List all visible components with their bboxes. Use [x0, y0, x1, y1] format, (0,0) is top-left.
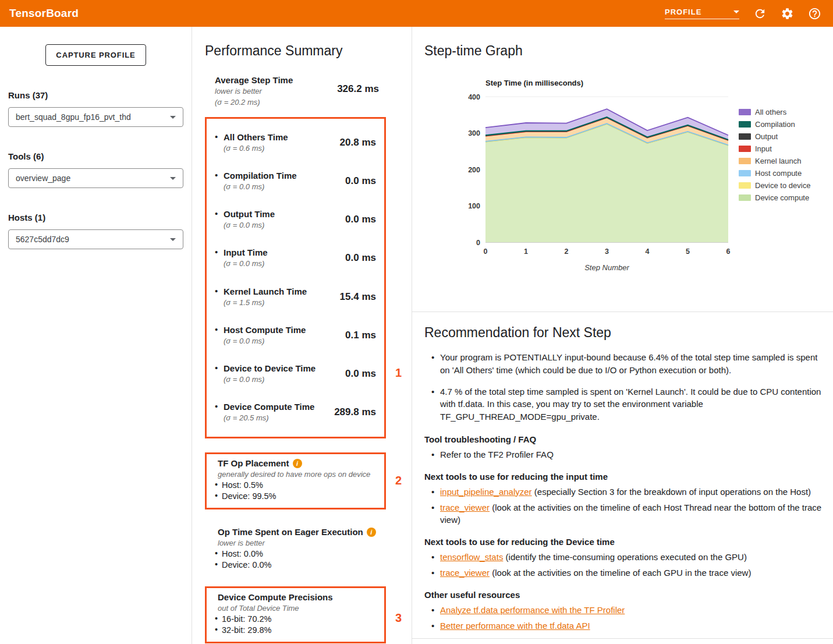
metric-value: 0.0 ms [345, 214, 376, 225]
rec-section-list: Analyze tf.data performance with the TF … [429, 604, 823, 632]
main-content: CAPTURE PROFILE Runs (37) bert_squad_8gp… [0, 27, 833, 644]
tf-op-placement-title: TF Op Placement [218, 458, 289, 468]
dashboard-selector[interactable]: PROFILE [665, 8, 739, 19]
annotation-number-3: 3 [395, 611, 402, 625]
legend-item: Input [739, 145, 810, 153]
rec-item-text: Refer to the TF2 Profiler FAQ [440, 450, 554, 459]
rec-list-item: input_pipeline_analyzer (especially Sect… [429, 486, 823, 498]
hosts-select[interactable]: 5627c5dd7dc9 [8, 229, 183, 249]
metric-value: 20.8 ms [340, 137, 376, 148]
hosts-label: Hosts (1) [8, 213, 183, 222]
rec-section-list: tensorflow_stats (identify the time-cons… [429, 551, 823, 579]
eager-subtitle: lower is better [218, 539, 386, 547]
svg-text:1: 1 [524, 247, 528, 256]
precisions-title: Device Compute Precisions [218, 592, 333, 602]
trace-viewer-link[interactable]: trace_viewer [440, 503, 490, 512]
precisions-subtitle: out of Total Device Time [218, 604, 377, 613]
tools-select-value: overview_page [16, 174, 70, 183]
right-panel: Step-time Graph 01002003004000123456Step… [412, 27, 833, 644]
rec-section-list: input_pipeline_analyzer (especially Sect… [429, 486, 823, 526]
step-time-graph-section: Step-time Graph 01002003004000123456Step… [412, 27, 833, 312]
refresh-icon[interactable] [753, 7, 767, 20]
svg-text:0: 0 [476, 239, 480, 247]
runs-label: Runs (37) [8, 90, 183, 100]
recommendation-title: Recommendation for Next Step [424, 325, 823, 341]
rec-list-item: trace_viewer (look at the activities on … [429, 501, 823, 526]
metric-row: Output Time (σ = 0.0 ms) 0.0 ms [215, 200, 376, 239]
performance-summary-panel: Performance Summary Average Step Time lo… [192, 27, 412, 644]
svg-text:Step Number: Step Number [584, 263, 629, 271]
rec-section-heading: Tool troubleshooting / FAQ [424, 434, 823, 444]
metric-value: 0.0 ms [345, 175, 376, 187]
chevron-down-icon [170, 116, 176, 119]
legend-label: Device compute [755, 193, 809, 202]
rec-item-text: (look at the activities on the timeline … [440, 503, 821, 525]
tensorboard-page: TensorBoard PROFILE CAPTURE PROFILE Runs… [0, 0, 833, 644]
svg-text:300: 300 [468, 129, 480, 137]
tensorflow-stats-link[interactable]: tensorflow_stats [440, 552, 503, 562]
input-pipeline-analyzer-link[interactable]: input_pipeline_analyzer [440, 487, 532, 497]
dashboard-selector-value: PROFILE [665, 8, 701, 16]
settings-gear-icon[interactable] [781, 7, 794, 20]
metric-row: All Others Time (σ = 0.6 ms) 20.8 ms [215, 123, 376, 162]
step-time-chart: 01002003004000123456Step Time (in millis… [453, 76, 733, 271]
metric-row: Host Compute Time (σ = 0.0 ms) 0.1 ms [215, 316, 376, 355]
metric-label: Kernel Launch Time [224, 286, 307, 296]
precision-16bit: 16-bit: 70.2% [214, 614, 377, 625]
chevron-down-icon [170, 238, 176, 241]
capture-profile-button[interactable]: CAPTURE PROFILE [45, 44, 146, 66]
step-time-chart-wrap: 01002003004000123456Step Time (in millis… [453, 76, 833, 271]
metric-sigma: (σ = 0.0 ms) [224, 337, 306, 346]
legend-label: Input [755, 144, 772, 153]
help-icon[interactable] [808, 7, 821, 20]
tf-op-placement-host: Host: 0.5% [214, 480, 377, 491]
hosts-select-value: 5627c5dd7dc9 [16, 235, 69, 244]
tfdata-api-link[interactable]: Better performance with the tf.data API [440, 621, 590, 631]
chevron-down-icon [170, 177, 176, 180]
legend-swatch [739, 158, 751, 164]
legend-swatch [739, 109, 751, 115]
svg-text:Step Time (in milliseconds): Step Time (in milliseconds) [485, 79, 583, 87]
legend-label: All others [755, 108, 786, 116]
legend-label: Host compute [755, 169, 802, 178]
metric-label: Input Time [224, 247, 268, 257]
svg-text:2: 2 [565, 247, 569, 256]
metric-sigma: (σ = 0.0 ms) [224, 182, 297, 192]
annotation-box-1: 1 All Others Time (σ = 0.6 ms) 20.8 ms C… [205, 117, 386, 438]
chevron-down-icon [733, 10, 739, 13]
tools-label: Tools (6) [8, 151, 183, 161]
eager-device: Device: 0.0% [214, 560, 386, 571]
metric-value: 0.0 ms [345, 368, 376, 380]
annotation-box-3: 3 Device Compute Precisions out of Total… [205, 586, 386, 643]
svg-text:100: 100 [468, 202, 480, 210]
svg-text:4: 4 [646, 247, 650, 256]
annotation-box-2: 2 TF Op Placement generally desired to h… [205, 452, 386, 509]
metric-row: Device Compute Time (σ = 20.5 ms) 289.8 … [215, 393, 376, 431]
svg-text:400: 400 [468, 93, 480, 101]
sidebar: CAPTURE PROFILE Runs (37) bert_squad_8gp… [0, 27, 192, 644]
metric-sigma: (σ = 0.6 ms) [224, 144, 288, 153]
metric-row: Device to Device Time (σ = 0.0 ms) 0.0 m… [215, 355, 376, 393]
eager-title: Op Time Spent on Eager Execution [218, 527, 363, 537]
info-icon[interactable] [293, 459, 302, 468]
metric-row: Input Time (σ = 0.0 ms) 0.0 ms [215, 239, 376, 277]
annotation-number-1: 1 [395, 366, 402, 380]
tfdata-performance-link[interactable]: Analyze tf.data performance with the TF … [440, 605, 625, 615]
recommendation-bullets: Your program is POTENTIALLY input-bound … [429, 351, 823, 423]
legend-label: Compilation [755, 120, 795, 129]
runs-select[interactable]: bert_squad_8gpu_fp16_pvt_thd [8, 107, 183, 127]
legend-item: All others [739, 108, 810, 116]
metric-sigma: (σ = 20.5 ms) [224, 413, 314, 423]
info-icon[interactable] [367, 528, 376, 537]
runs-select-value: bert_squad_8gpu_fp16_pvt_thd [16, 112, 131, 122]
legend-swatch [739, 133, 751, 140]
header-actions: PROFILE [665, 7, 821, 20]
rec-list-item: tensorflow_stats (identify the time-cons… [429, 551, 823, 563]
rec-section-heading: Next tools to use for reducing the input… [424, 472, 823, 482]
trace-viewer-link[interactable]: trace_viewer [440, 568, 490, 578]
metric-value: 0.0 ms [345, 252, 376, 264]
legend-item: Host compute [739, 169, 810, 177]
legend-item: Device compute [739, 194, 810, 201]
tools-select[interactable]: overview_page [8, 168, 183, 188]
rec-item-text: (especially Section 3 for the breakdown … [532, 487, 811, 497]
